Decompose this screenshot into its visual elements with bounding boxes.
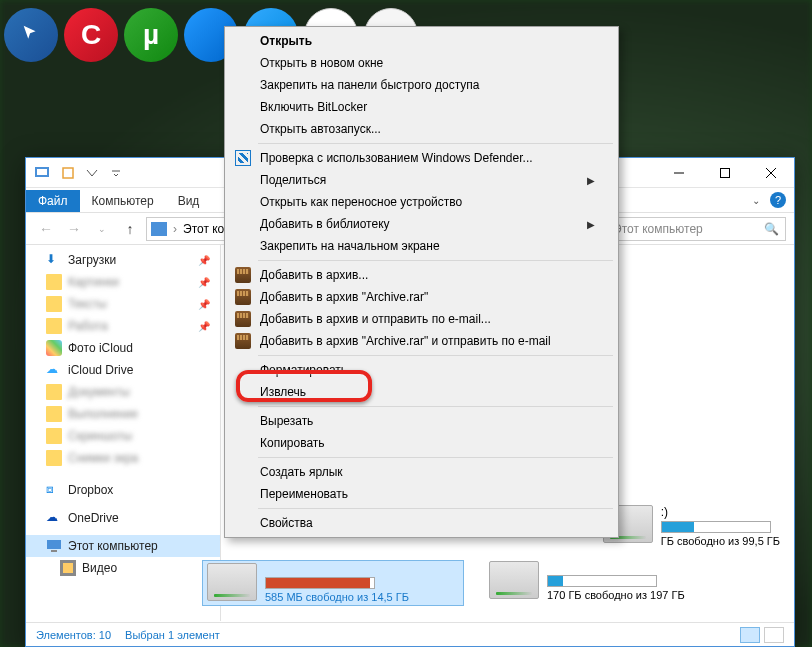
- ctx-properties[interactable]: Свойства: [228, 512, 615, 534]
- qat-item-1[interactable]: [58, 163, 78, 183]
- pin-icon: 📌: [198, 255, 210, 266]
- navigation-pane: ⬇Загрузки📌 Картинки📌 Тексты📌 Работа📌 Фот…: [26, 245, 221, 621]
- ctx-rar-add-name[interactable]: Добавить в архив "Archive.rar": [228, 286, 615, 308]
- video-icon: [60, 560, 76, 576]
- ctx-add-library[interactable]: Добавить в библиотеку▶: [228, 213, 615, 235]
- ctx-separator: [258, 143, 613, 144]
- sidebar-item-onedrive[interactable]: ☁OneDrive: [26, 507, 220, 529]
- submenu-arrow-icon: ▶: [587, 175, 595, 186]
- ctx-copy[interactable]: Копировать: [228, 432, 615, 454]
- winrar-icon: [234, 288, 252, 306]
- nav-up[interactable]: ↑: [118, 217, 142, 241]
- svg-rect-5: [47, 540, 61, 549]
- ctx-autorun[interactable]: Открыть автозапуск...: [228, 118, 615, 140]
- tab-computer[interactable]: Компьютер: [80, 190, 166, 212]
- ctx-defender[interactable]: Проверка с использованием Windows Defend…: [228, 147, 615, 169]
- drive-selected[interactable]: 585 МБ свободно из 14,5 ГБ: [203, 561, 463, 605]
- status-selected: Выбран 1 элемент: [125, 629, 220, 641]
- ctx-rename[interactable]: Переименовать: [228, 483, 615, 505]
- minimize-button[interactable]: [656, 158, 702, 187]
- svg-rect-2: [63, 168, 73, 178]
- status-count: Элементов: 10: [36, 629, 111, 641]
- winrar-icon: [234, 332, 252, 350]
- drive-bar: [547, 575, 657, 587]
- ctx-shortcut[interactable]: Создать ярлык: [228, 461, 615, 483]
- ctx-separator: [258, 508, 613, 509]
- sidebar-item-photo-icloud[interactable]: Фото iCloud: [26, 337, 220, 359]
- download-icon: ⬇: [46, 252, 62, 268]
- pc-icon: [151, 222, 167, 236]
- sidebar-item-blur3[interactable]: Работа📌: [26, 315, 220, 337]
- tab-file[interactable]: Файл: [26, 190, 80, 212]
- view-icons-icon[interactable]: [764, 627, 784, 643]
- search-input[interactable]: Этот компьютер 🔍: [606, 217, 786, 241]
- winrar-icon: [234, 266, 252, 284]
- drive-bar: [661, 521, 771, 533]
- system-menu-icon[interactable]: [34, 165, 50, 181]
- ctx-rar-name-email[interactable]: Добавить в архив "Archive.rar" и отправи…: [228, 330, 615, 352]
- submenu-arrow-icon: ▶: [587, 219, 595, 230]
- drive-icon: [207, 563, 257, 601]
- status-bar: Элементов: 10 Выбран 1 элемент: [26, 622, 794, 646]
- sidebar-item-blur4[interactable]: Документы: [26, 381, 220, 403]
- ctx-pin-start[interactable]: Закрепить на начальном экране: [228, 235, 615, 257]
- drive-free-text: 585 МБ свободно из 14,5 ГБ: [265, 591, 409, 603]
- ctx-portable[interactable]: Открыть как переносное устройство: [228, 191, 615, 213]
- ctx-rar-email[interactable]: Добавить в архив и отправить по e-mail..…: [228, 308, 615, 330]
- sidebar-item-downloads[interactable]: ⬇Загрузки📌: [26, 249, 220, 271]
- svg-rect-6: [51, 550, 57, 552]
- qat-customize[interactable]: [106, 163, 126, 183]
- svg-rect-1: [37, 169, 47, 175]
- sidebar-item-blur7[interactable]: Снимки экра: [26, 447, 220, 469]
- cloud-icon: ☁: [46, 362, 62, 378]
- onedrive-icon: ☁: [46, 510, 62, 526]
- ctx-separator: [258, 406, 613, 407]
- defender-icon: [234, 149, 252, 167]
- nav-recent[interactable]: ⌄: [90, 217, 114, 241]
- ctx-separator: [258, 260, 613, 261]
- sidebar-item-blur2[interactable]: Тексты📌: [26, 293, 220, 315]
- dock-app-cursor[interactable]: [4, 8, 58, 62]
- photo-icon: [46, 340, 62, 356]
- search-icon: 🔍: [764, 222, 779, 236]
- ctx-cut[interactable]: Вырезать: [228, 410, 615, 432]
- sidebar-item-blur1[interactable]: Картинки📌: [26, 271, 220, 293]
- ctx-rar-add[interactable]: Добавить в архив...: [228, 264, 615, 286]
- ctx-separator: [258, 457, 613, 458]
- drive-third[interactable]: 170 ГБ свободно из 197 ГБ: [487, 561, 685, 605]
- ctx-bitlocker[interactable]: Включить BitLocker: [228, 96, 615, 118]
- highlight-ring: [236, 370, 372, 402]
- view-details-icon[interactable]: [740, 627, 760, 643]
- pc-icon: [46, 538, 62, 554]
- ctx-open[interactable]: Открыть: [228, 30, 615, 52]
- drive-bar: [265, 577, 375, 589]
- breadcrumb[interactable]: Этот ко: [183, 222, 224, 236]
- drive-icon: [489, 561, 539, 599]
- drive-free-text: ГБ свободно из 99,5 ГБ: [661, 535, 780, 547]
- ribbon-collapse-icon[interactable]: ⌄: [752, 195, 760, 206]
- maximize-button[interactable]: [702, 158, 748, 187]
- ctx-separator: [258, 355, 613, 356]
- dock-app-utorrent[interactable]: µ: [124, 8, 178, 62]
- tab-view[interactable]: Вид: [166, 190, 212, 212]
- dropbox-icon: ⧈: [46, 482, 62, 498]
- close-button[interactable]: [748, 158, 794, 187]
- ctx-open-new-window[interactable]: Открыть в новом окне: [228, 52, 615, 74]
- sidebar-item-blur6[interactable]: Скриншоты: [26, 425, 220, 447]
- sidebar-item-video[interactable]: Видео: [26, 557, 220, 579]
- qat-item-2[interactable]: [82, 163, 102, 183]
- ctx-pin-quick[interactable]: Закрепить на панели быстрого доступа: [228, 74, 615, 96]
- ctx-share[interactable]: Поделиться▶: [228, 169, 615, 191]
- sidebar-item-dropbox[interactable]: ⧈Dropbox: [26, 479, 220, 501]
- winrar-icon: [234, 310, 252, 328]
- svg-rect-4: [721, 168, 730, 177]
- drive-free-text: 170 ГБ свободно из 197 ГБ: [547, 589, 685, 601]
- sidebar-item-blur5[interactable]: Выполнение: [26, 403, 220, 425]
- dock-app-ccleaner[interactable]: C: [64, 8, 118, 62]
- nav-back[interactable]: ←: [34, 217, 58, 241]
- drive-letter: :): [661, 505, 780, 519]
- help-icon[interactable]: ?: [770, 192, 786, 208]
- sidebar-item-this-pc[interactable]: Этот компьютер: [26, 535, 220, 557]
- nav-forward[interactable]: →: [62, 217, 86, 241]
- sidebar-item-icloud[interactable]: ☁iCloud Drive: [26, 359, 220, 381]
